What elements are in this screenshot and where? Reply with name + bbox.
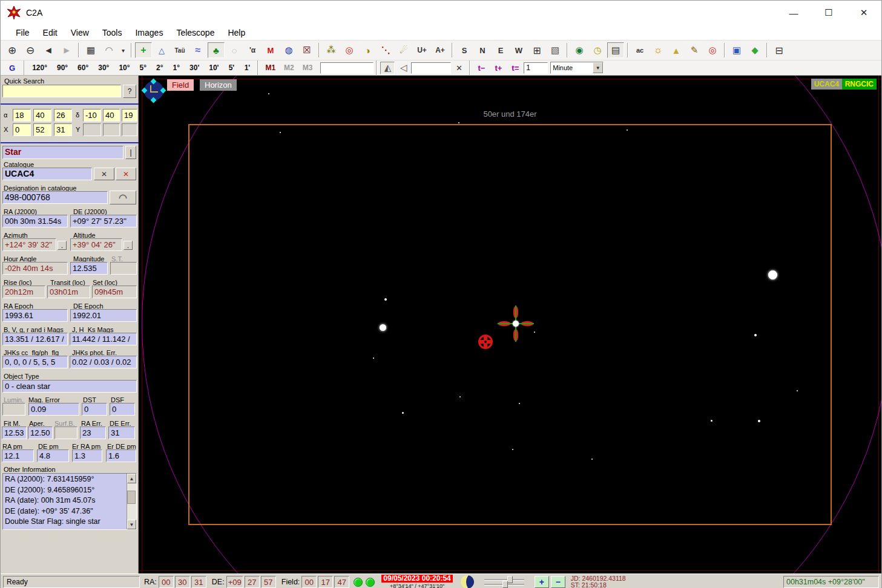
zoom-in-button[interactable]: ⊕ [4,42,21,58]
landscape-button[interactable]: ♣ [208,42,225,58]
goto-button[interactable]: G [4,62,21,74]
de-s-input[interactable] [122,109,137,122]
star-cluster-button[interactable]: ⁂ [323,42,340,58]
horizon-fill-button[interactable]: ▧ [547,42,564,58]
memory-name-input[interactable] [320,62,374,74]
horizon-editor-button[interactable]: ▲ [668,42,685,58]
comet-button[interactable]: ☄ [395,42,412,58]
flip-horizontal-button[interactable]: ◭ [380,62,395,74]
time-minus-button[interactable]: − [551,576,565,588]
center-cursor-toggle[interactable]: + [135,42,152,58]
catalogue-clear-button[interactable]: ✕ [94,168,114,180]
west-button[interactable]: W [510,42,527,58]
scrollbar-track[interactable] [127,483,136,520]
south-button[interactable]: S [456,42,473,58]
maximize-button[interactable]: ☐ [811,1,846,24]
object-list-button[interactable]: | [125,146,136,159]
zoom-level-30deg[interactable]: 30° [94,62,113,74]
zoom-level-5deg[interactable]: 5° [136,62,151,74]
time-step-input[interactable] [524,62,548,74]
slider-thumb-1[interactable] [507,576,513,583]
ra-m-input[interactable] [33,109,51,122]
zoom-level-120deg[interactable]: 120° [28,62,51,74]
clock-button[interactable]: ◷ [589,42,606,58]
time-plus-button[interactable]: + [535,576,549,588]
orientation-compass-icon[interactable] [142,79,165,102]
deepsky-button[interactable]: ◍ [280,42,297,58]
close-button[interactable]: ✕ [846,1,881,24]
messier-catalog-button[interactable]: M [262,42,279,58]
ra-h-input[interactable] [13,109,31,122]
quick-search-input[interactable] [2,85,121,97]
menu-images[interactable]: Images [128,26,169,39]
north-button[interactable]: N [474,42,491,58]
menu-tools[interactable]: Tools [96,26,129,39]
badge-ucac4[interactable]: UCAC4 [811,79,842,90]
altitude-detail-button[interactable]: . [123,241,133,250]
tab-field[interactable]: Field [167,79,194,91]
chevron-down-icon[interactable]: ▼ [593,62,603,73]
minimize-button[interactable]: — [776,1,811,24]
de-d-input[interactable] [83,109,101,122]
quick-search-help-button[interactable]: ? [123,85,136,98]
flip-vertical-button[interactable]: ◁ [396,62,410,74]
scroll-down-icon[interactable]: ▼ [127,520,136,529]
grid-toggle-button[interactable]: ▦ [82,42,99,58]
zoom-out-button[interactable]: ⊖ [22,42,39,58]
sky-view[interactable]: 50er und 174er Field Horizon UCAC4 RNGCI… [139,76,881,573]
sun-button[interactable]: ☼ [650,42,666,58]
uranus-label-button[interactable]: U+ [413,42,430,58]
map-settings-button[interactable]: ▣ [728,42,745,58]
menu-file[interactable]: File [9,26,36,39]
red-frame-button[interactable]: ☒ [298,42,315,58]
zoom-level-90deg[interactable]: 90° [53,62,72,74]
constellation-names-button[interactable]: Taü [171,42,188,58]
menu-help[interactable]: Help [221,26,252,39]
badge-rngcic[interactable]: RNGCIC [842,79,877,90]
asteroid-label-button[interactable]: A+ [432,42,449,58]
datetime-display[interactable]: 09/05/2023 00:20:54 [381,575,452,583]
greek-labels-button[interactable]: 'α [244,42,261,58]
time-unit-select[interactable]: Minute ▼ [550,62,604,74]
de-m-input[interactable] [103,109,120,122]
x1-input[interactable] [13,123,31,136]
earth-map-button[interactable]: ◉ [571,42,588,58]
slew-telescope-button[interactable]: ◠ [110,191,136,204]
memory-m2-button[interactable]: M2 [280,62,298,74]
pan-mode-button[interactable]: ⊞ [528,42,545,58]
zoom-level-5min[interactable]: 5' [224,62,239,74]
y1-input[interactable] [83,123,101,136]
east-button[interactable]: E [492,42,509,58]
x3-input[interactable] [54,123,72,136]
ra-s-input[interactable] [54,109,72,122]
zoom-level-10min[interactable]: 10' [205,62,223,74]
catalogue-remove-button[interactable]: ✕ [116,168,136,180]
zoom-level-1deg[interactable]: 1° [169,62,184,74]
azimuth-detail-button[interactable]: . [58,241,67,250]
dome-toggle-button[interactable]: ◠ [100,42,117,58]
time-now-button[interactable]: t= [507,62,523,74]
menu-edit[interactable]: Edit [36,26,64,39]
history-forward-button[interactable]: ▶ [58,42,75,58]
clear-rotation-button[interactable]: ✕ [452,62,466,74]
slider-track-2[interactable] [484,584,524,586]
nebula-button[interactable]: ◎ [341,42,358,58]
y3-input[interactable] [122,123,137,136]
dashed-ellipse-button[interactable]: ◌ [226,42,243,58]
rotation-input[interactable] [411,62,451,74]
scroll-up-icon[interactable]: ▲ [127,474,136,483]
menu-telescope[interactable]: Telescope [169,26,221,39]
y2-input[interactable] [103,123,120,136]
time-back-button[interactable]: t− [473,62,489,74]
object-panel-toggle[interactable]: ▤ [607,42,624,58]
target-circle-button[interactable]: ◎ [704,42,721,58]
zoom-level-30min[interactable]: 30' [185,62,203,74]
constellation-lines-button[interactable]: △ [153,42,170,58]
memory-m3-button[interactable]: M3 [299,62,317,74]
milky-way-button[interactable]: ≈ [189,42,206,58]
minor-planets-button[interactable]: ⋱ [377,42,394,58]
font-settings-button[interactable]: ac [631,42,648,58]
tab-horizon[interactable]: Horizon [200,79,237,91]
history-back-button[interactable]: ◀ [40,42,57,58]
slider-thumb-2[interactable] [502,581,508,588]
